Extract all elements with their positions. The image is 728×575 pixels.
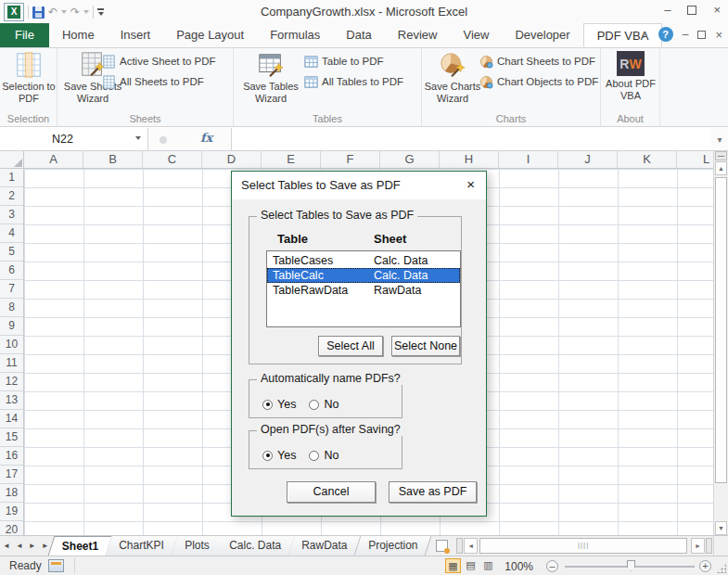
- tab-developer[interactable]: Developer: [502, 23, 582, 47]
- tables-listbox[interactable]: TableCases Calc. Data TableCalc Calc. Da…: [266, 250, 461, 327]
- save-tables-wizard-button[interactable]: Save Tables Wizard: [241, 51, 300, 105]
- row-header[interactable]: 6: [0, 262, 23, 280]
- tab-review[interactable]: Review: [385, 23, 451, 47]
- vertical-split-handle[interactable]: [715, 151, 727, 160]
- tab-insert[interactable]: Insert: [108, 23, 164, 47]
- workbook-close-icon[interactable]: ×: [715, 28, 722, 42]
- last-sheet-icon[interactable]: ►: [42, 542, 49, 550]
- row-header[interactable]: 10: [0, 336, 23, 354]
- list-item[interactable]: TableCases Calc. Data: [267, 253, 460, 268]
- row-header[interactable]: 13: [0, 391, 23, 410]
- scroll-left-icon[interactable]: ◄: [464, 538, 478, 554]
- all-tables-to-pdf-button[interactable]: All Tables to PDF: [304, 73, 403, 90]
- workbook-restore-icon[interactable]: [697, 31, 706, 39]
- dialog-close-icon[interactable]: ×: [466, 177, 475, 192]
- row-header[interactable]: 20: [0, 521, 23, 535]
- column-header[interactable]: B: [83, 151, 143, 168]
- normal-view-icon[interactable]: ▦: [445, 558, 461, 573]
- sheet-tab-calc-data[interactable]: Calc. Data: [216, 536, 296, 556]
- row-header[interactable]: 14: [0, 410, 23, 428]
- sheet-tab-sheet1[interactable]: Sheet1: [47, 536, 112, 556]
- macro-record-icon[interactable]: [48, 559, 64, 572]
- zoom-out-icon[interactable]: –: [546, 560, 558, 572]
- insert-function-icon[interactable]: fx: [200, 131, 212, 145]
- close-icon[interactable]: ×: [713, 3, 721, 17]
- formula-input[interactable]: [232, 128, 711, 150]
- tab-view[interactable]: View: [450, 23, 502, 47]
- column-header[interactable]: L: [677, 151, 713, 168]
- scroll-right-icon[interactable]: ►: [691, 538, 705, 554]
- tab-page-layout[interactable]: Page Layout: [163, 23, 257, 47]
- tab-file[interactable]: File: [0, 23, 49, 47]
- zoom-slider-handle[interactable]: [627, 560, 635, 571]
- tab-formulas[interactable]: Formulas: [257, 23, 333, 47]
- sheet-tab-chartkpi[interactable]: ChartKPI: [106, 536, 179, 556]
- column-header[interactable]: I: [499, 151, 558, 168]
- row-header[interactable]: 5: [0, 243, 23, 262]
- help-icon[interactable]: ?: [658, 27, 673, 42]
- row-header[interactable]: 19: [0, 503, 23, 521]
- name-box[interactable]: N22: [0, 128, 148, 150]
- horizontal-scroll-thumb[interactable]: ||||: [479, 538, 687, 554]
- next-sheet-icon[interactable]: ►: [29, 542, 36, 550]
- tab-home[interactable]: Home: [49, 23, 108, 47]
- open-after-yes-radio[interactable]: [262, 451, 273, 461]
- cancel-button[interactable]: Cancel: [287, 481, 376, 503]
- row-header[interactable]: 3: [0, 206, 23, 224]
- save-charts-wizard-button[interactable]: Save Charts Wizard: [424, 51, 481, 105]
- list-item[interactable]: TableRawData RawData: [267, 283, 460, 298]
- tab-data[interactable]: Data: [333, 23, 384, 47]
- select-none-button[interactable]: Select None: [391, 336, 460, 356]
- row-header[interactable]: 12: [0, 373, 23, 391]
- page-break-view-icon[interactable]: ▥: [480, 558, 496, 573]
- auto-name-yes-radio[interactable]: [262, 400, 273, 410]
- auto-name-no-radio[interactable]: [309, 400, 319, 410]
- row-header[interactable]: 15: [0, 428, 23, 447]
- list-item-selected[interactable]: TableCalc Calc. Data: [267, 268, 460, 283]
- row-header[interactable]: 16: [0, 447, 23, 466]
- scrollbar-resize-handle[interactable]: [706, 538, 712, 554]
- tab-split-handle[interactable]: [456, 538, 463, 554]
- save-as-pdf-button[interactable]: Save as PDF: [389, 481, 477, 503]
- open-after-no-radio[interactable]: [309, 451, 319, 461]
- row-header[interactable]: 18: [0, 484, 23, 503]
- first-sheet-icon[interactable]: ◄: [3, 542, 10, 550]
- active-sheet-to-pdf-button[interactable]: Active Sheet to PDF: [102, 53, 216, 70]
- auto-name-no-label[interactable]: No: [324, 398, 338, 411]
- table-to-pdf-button[interactable]: Table to PDF: [304, 53, 383, 70]
- column-header[interactable]: F: [321, 151, 380, 168]
- selection-to-pdf-button[interactable]: Selection to PDF: [2, 51, 56, 105]
- formula-bar-expand-icon[interactable]: ▾: [711, 134, 728, 145]
- open-after-yes-label[interactable]: Yes: [277, 449, 296, 462]
- all-sheets-to-pdf-button[interactable]: All Sheets to PDF: [102, 73, 204, 90]
- column-header[interactable]: J: [558, 151, 618, 168]
- sheet-tab-projection[interactable]: Projection: [354, 536, 431, 556]
- chart-sheets-to-pdf-button[interactable]: Chart Sheets to PDF: [479, 53, 595, 70]
- row-header[interactable]: 2: [0, 187, 23, 206]
- column-header[interactable]: C: [143, 151, 202, 168]
- about-pdf-vba-button[interactable]: RW About PDF VBA: [604, 51, 658, 102]
- scroll-down-icon[interactable]: ▼: [715, 521, 727, 535]
- maximize-icon[interactable]: [687, 6, 696, 15]
- row-header[interactable]: 17: [0, 466, 23, 484]
- chart-objects-to-pdf-button[interactable]: Chart Objects to PDF: [479, 73, 598, 90]
- column-header[interactable]: G: [380, 151, 440, 168]
- horizontal-scrollbar[interactable]: ||||: [478, 538, 691, 554]
- select-all-corner[interactable]: [0, 151, 24, 169]
- open-after-no-label[interactable]: No: [324, 449, 338, 462]
- vertical-scroll-thumb[interactable]: [715, 177, 727, 483]
- minimize-icon[interactable]: –: [664, 3, 671, 17]
- row-header[interactable]: 9: [0, 317, 23, 336]
- insert-sheet-button[interactable]: [428, 536, 455, 556]
- row-header[interactable]: 8: [0, 299, 23, 317]
- name-box-dropdown-icon[interactable]: [135, 136, 141, 140]
- zoom-level[interactable]: 100%: [504, 560, 533, 573]
- select-all-button[interactable]: Select All: [318, 336, 383, 356]
- row-header[interactable]: 7: [0, 280, 23, 299]
- prev-sheet-icon[interactable]: ◄: [16, 542, 23, 550]
- workbook-minimize-icon[interactable]: –: [683, 28, 689, 41]
- auto-name-yes-label[interactable]: Yes: [277, 398, 296, 411]
- column-header[interactable]: A: [24, 151, 83, 168]
- row-header[interactable]: 11: [0, 354, 23, 373]
- scroll-up-icon[interactable]: ▲: [715, 161, 727, 175]
